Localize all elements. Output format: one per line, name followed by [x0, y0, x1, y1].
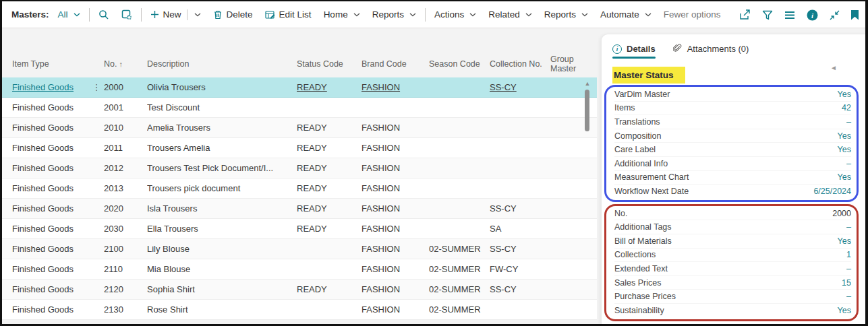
- field-value[interactable]: 6/25/2024: [813, 187, 851, 196]
- field-value[interactable]: –: [846, 264, 851, 273]
- field-value[interactable]: 42: [842, 103, 851, 112]
- cell-no[interactable]: 2030: [104, 224, 147, 234]
- table-row[interactable]: Finished Goods2011Trousers AmeliaREADYFA…: [2, 138, 597, 158]
- field-value[interactable]: Yes: [838, 131, 851, 141]
- cell-description[interactable]: Rose Shirt: [147, 304, 297, 315]
- cell-item-type[interactable]: Finished Goods: [12, 304, 89, 315]
- table-row[interactable]: Finished Goods⋮2000Olivia TrousersREADYF…: [2, 77, 597, 98]
- cell-description[interactable]: Trousers Amelia: [147, 143, 297, 153]
- cell-item-type[interactable]: Finished Goods: [12, 82, 89, 92]
- cell-description[interactable]: Mia Blouse: [147, 264, 297, 274]
- table-row[interactable]: Finished Goods2110Mia BlouseFASHION02-SU…: [2, 259, 597, 280]
- search-button[interactable]: [92, 9, 115, 20]
- field-value[interactable]: Yes: [838, 90, 851, 99]
- list-view-icon[interactable]: [784, 11, 795, 20]
- share-icon[interactable]: [739, 9, 751, 20]
- cell-season-code[interactable]: 02-SUMMER: [429, 284, 490, 294]
- chevron-down-icon[interactable]: [194, 13, 201, 17]
- cell-status-code[interactable]: READY: [297, 183, 361, 193]
- field-value[interactable]: 15: [842, 278, 851, 288]
- field-value[interactable]: Yes: [838, 306, 851, 315]
- reports-menu-2[interactable]: Reports: [538, 9, 594, 20]
- cell-collection-no[interactable]: FW-CY: [490, 264, 550, 274]
- automate-menu[interactable]: Automate: [594, 9, 658, 20]
- field-value[interactable]: 1: [846, 250, 851, 259]
- column-header[interactable]: Collection No.: [490, 59, 550, 69]
- cell-description[interactable]: Olivia Trousers: [147, 82, 297, 92]
- cell-brand-code[interactable]: FASHION: [361, 244, 429, 254]
- field-value[interactable]: –: [846, 292, 851, 301]
- column-header[interactable]: Group Master: [550, 55, 597, 73]
- view-filter-menu[interactable]: All: [52, 9, 86, 20]
- cell-item-type[interactable]: Finished Goods: [12, 224, 89, 234]
- table-row[interactable]: Finished Goods2130Rose ShirtFASHION02-SU…: [2, 300, 597, 320]
- cell-no[interactable]: 2013: [104, 183, 147, 193]
- column-header[interactable]: Item Type: [12, 59, 89, 69]
- cell-status-code[interactable]: READY: [297, 224, 361, 234]
- field-value[interactable]: 2000: [832, 209, 851, 218]
- cell-description[interactable]: Ella Trousers: [147, 224, 297, 234]
- field-value[interactable]: –: [846, 159, 851, 168]
- cell-item-type[interactable]: Finished Goods: [12, 284, 89, 294]
- cell-item-type[interactable]: Finished Goods: [12, 183, 89, 193]
- cell-no[interactable]: 2120: [104, 284, 147, 294]
- cell-brand-code[interactable]: FASHION: [361, 203, 429, 214]
- cell-season-code[interactable]: 02-SUMMER: [429, 244, 490, 254]
- cell-no[interactable]: 2110: [104, 264, 147, 274]
- table-row[interactable]: Finished Goods2010Amelia TrousersREADYFA…: [2, 118, 597, 138]
- cell-status-code[interactable]: READY: [297, 163, 361, 173]
- cell-item-type[interactable]: Finished Goods: [12, 163, 89, 173]
- cell-status-code[interactable]: READY: [297, 284, 361, 294]
- cell-collection-no[interactable]: SS-CY: [490, 244, 550, 254]
- cell-no[interactable]: 2020: [104, 203, 147, 214]
- cell-item-type[interactable]: Finished Goods: [12, 264, 89, 274]
- reports-menu[interactable]: Reports: [366, 9, 422, 20]
- cell-brand-code[interactable]: FASHION: [361, 224, 429, 234]
- cell-description[interactable]: Amelia Trousers: [147, 123, 297, 133]
- cell-season-code[interactable]: 02-SUMMER: [429, 304, 490, 315]
- cell-no[interactable]: 2100: [104, 244, 147, 254]
- cell-status-code[interactable]: READY: [297, 123, 361, 133]
- cell-description[interactable]: Isla Trousers: [147, 203, 297, 214]
- cell-item-type[interactable]: Finished Goods: [12, 123, 89, 133]
- cell-status-code[interactable]: READY: [297, 143, 361, 153]
- cell-no[interactable]: 2012: [104, 163, 147, 173]
- field-value[interactable]: –: [846, 117, 851, 127]
- cell-no[interactable]: 2000: [104, 82, 147, 92]
- cell-item-type[interactable]: Finished Goods: [12, 203, 89, 214]
- cell-season-code[interactable]: 02-SUMMER: [429, 264, 490, 274]
- cell-description[interactable]: Sophia Shirt: [147, 284, 297, 294]
- actions-menu[interactable]: Actions: [428, 9, 482, 20]
- column-header[interactable]: Season Code: [429, 59, 490, 69]
- cell-collection-no[interactable]: SS-CY: [490, 284, 550, 294]
- edit-list-button[interactable]: Edit List: [259, 9, 318, 20]
- pane-resize-arrow[interactable]: ◄: [830, 64, 837, 71]
- cell-item-type[interactable]: Finished Goods: [12, 143, 89, 153]
- home-menu[interactable]: Home: [318, 9, 366, 20]
- table-row[interactable]: Finished Goods2030Ella TrousersREADYFASH…: [2, 219, 597, 239]
- cell-status-code[interactable]: READY: [297, 82, 361, 92]
- cell-brand-code[interactable]: FASHION: [361, 82, 429, 92]
- table-row[interactable]: Finished Goods2001Test Discount: [2, 98, 597, 118]
- cell-item-type[interactable]: Finished Goods: [12, 244, 89, 254]
- cell-collection-no[interactable]: SA: [490, 224, 550, 234]
- cell-collection-no[interactable]: SS-CY: [490, 203, 550, 214]
- tab-details[interactable]: i Details: [612, 44, 656, 59]
- column-header[interactable]: No.↑: [104, 59, 147, 69]
- analyze-button[interactable]: [115, 9, 138, 20]
- tab-attachments[interactable]: Attachments (0): [673, 44, 749, 59]
- table-row[interactable]: Finished Goods2012Trousers Test Pick Doc…: [2, 158, 597, 178]
- info-filled-icon[interactable]: i: [807, 9, 818, 21]
- cell-item-type[interactable]: Finished Goods: [12, 102, 89, 112]
- cell-status-code[interactable]: READY: [297, 203, 361, 214]
- scrollbar-thumb[interactable]: [585, 90, 589, 131]
- field-value[interactable]: Yes: [838, 236, 851, 246]
- cell-description[interactable]: Trousers Test Pick Document/I...: [147, 163, 297, 173]
- cell-brand-code[interactable]: FASHION: [361, 264, 429, 274]
- cell-description[interactable]: Lily Blouse: [147, 244, 297, 254]
- cell-description[interactable]: Trousers pick document: [147, 183, 297, 193]
- new-button[interactable]: New: [144, 9, 207, 20]
- column-header[interactable]: Brand Code: [361, 59, 429, 69]
- column-header[interactable]: Status Code: [297, 59, 361, 69]
- scroll-up-arrow[interactable]: ▲: [582, 79, 593, 88]
